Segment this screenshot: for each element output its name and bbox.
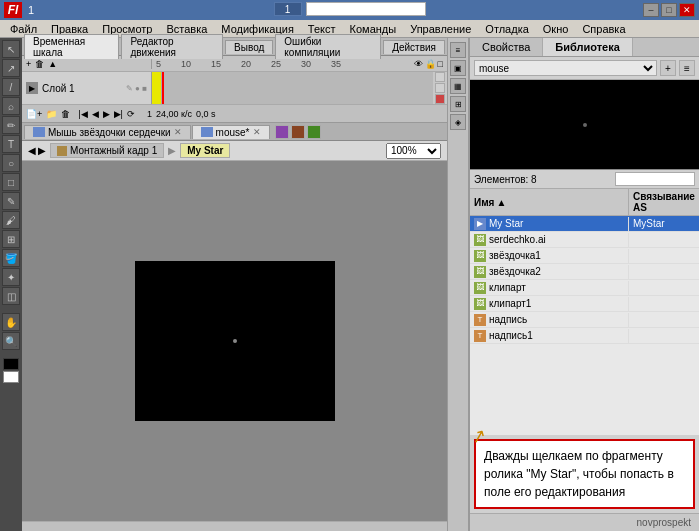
tool-arrow[interactable]: ↖: [2, 40, 20, 58]
tool-hand[interactable]: ✋: [2, 313, 20, 331]
tab-library[interactable]: Библиотека: [543, 38, 633, 56]
vis-dot[interactable]: [435, 72, 445, 82]
menu-debug[interactable]: Отладка: [479, 22, 534, 36]
nav-forward[interactable]: ▶: [38, 145, 46, 156]
tool-fill[interactable]: 🪣: [2, 249, 20, 267]
zoom-select[interactable]: 100% 50% 200% 25%: [386, 143, 441, 159]
tab-mice-label: Мышь звёздочки сердечки: [48, 127, 171, 138]
movie-icon: ▶: [474, 218, 486, 230]
timeline-frames[interactable]: [152, 72, 433, 104]
library-dropdown[interactable]: mouse: [474, 60, 657, 76]
move-up-btn[interactable]: ▲: [48, 59, 57, 69]
tool-line[interactable]: /: [2, 78, 20, 96]
delete-layer-btn[interactable]: 🗑: [35, 59, 44, 69]
tool-subselect[interactable]: ↗: [2, 59, 20, 77]
minimize-button[interactable]: –: [643, 3, 659, 17]
eye-icon[interactable]: 👁: [414, 59, 423, 69]
tab-compiler-errors[interactable]: Ошибки компиляции: [275, 34, 381, 59]
conn-btn-4[interactable]: ⊞: [450, 96, 466, 112]
tool-lasso[interactable]: ⌕: [2, 97, 20, 115]
scene-label: Монтажный кадр 1: [70, 145, 157, 156]
add-folder-btn[interactable]: 📁: [46, 109, 57, 119]
color-dot[interactable]: [435, 94, 445, 104]
library-item-text1[interactable]: T надпись: [470, 312, 699, 328]
conn-btn-1[interactable]: ≡: [450, 42, 466, 58]
lock-dot[interactable]: [435, 83, 445, 93]
conn-btn-5[interactable]: ◈: [450, 114, 466, 130]
right-panel: Свойства Библиотека mouse + ≡ Элементов:…: [469, 38, 699, 531]
tab-motion-editor[interactable]: Редактор движения: [121, 34, 223, 59]
library-item-star2[interactable]: 🖼 звёздочка2: [470, 264, 699, 280]
lib-cell-name-clipart1: 🖼 клипарт1: [470, 297, 629, 311]
tab-icon2: [291, 125, 305, 139]
breadcrumb-mystar[interactable]: My Star: [180, 143, 230, 158]
library-item-clipart1[interactable]: 🖼 клипарт1: [470, 296, 699, 312]
ruler-mark: 10: [181, 59, 191, 69]
tab-mice-close[interactable]: ✕: [174, 127, 182, 137]
tab-stage-mouse[interactable]: mouse* ✕: [192, 125, 270, 139]
conn-btn-3[interactable]: ▦: [450, 78, 466, 94]
stage-canvas[interactable]: [22, 161, 447, 521]
lib-cell-name-mystar: ▶ My Star: [470, 217, 629, 231]
tool-rect[interactable]: □: [2, 173, 20, 191]
tool-pencil[interactable]: ✎: [2, 192, 20, 210]
close-button[interactable]: ✕: [679, 3, 695, 17]
playback-next[interactable]: ▶|: [114, 109, 123, 119]
add-layer-btn[interactable]: 📄+: [26, 109, 42, 119]
playback-loop[interactable]: ⟳: [127, 109, 135, 119]
tab-timeline[interactable]: Временная шкала: [24, 34, 119, 59]
tab-mice-icon: [33, 127, 45, 137]
library-item-text2[interactable]: T надпись1: [470, 328, 699, 344]
lib-options-btn[interactable]: ≡: [679, 60, 695, 76]
canvas-center-dot: [233, 339, 237, 343]
library-item-clipart[interactable]: 🖼 клипарт: [470, 280, 699, 296]
text-icon: T: [474, 314, 486, 326]
tab-properties[interactable]: Свойства: [470, 38, 543, 56]
sort-arrow-icon: ▲: [496, 197, 506, 208]
playback-play[interactable]: ▶: [103, 109, 110, 119]
library-item-serdechko[interactable]: 🖼 serdechko.ai: [470, 232, 699, 248]
new-layer-btn[interactable]: +: [26, 59, 31, 69]
lib-item-name-mystar: My Star: [489, 218, 523, 229]
breadcrumb-scene[interactable]: Монтажный кадр 1: [50, 143, 164, 158]
lib-filter-input[interactable]: [615, 172, 695, 186]
menu-window[interactable]: Окно: [537, 22, 575, 36]
stage-tabs: Мышь звёздочки сердечки ✕ mouse* ✕: [22, 123, 447, 141]
library-item-mystar[interactable]: ▶ My Star MyStar: [470, 216, 699, 232]
tab-extras: [275, 125, 321, 139]
tool-oval[interactable]: ○: [2, 154, 20, 172]
layer-header: + 🗑 ▲: [22, 59, 152, 69]
outline-icon[interactable]: □: [438, 59, 443, 69]
tab-actions[interactable]: Действия: [383, 40, 445, 54]
playback-prev[interactable]: ◀: [92, 109, 99, 119]
tool-eyedropper[interactable]: ✦: [2, 268, 20, 286]
lib-col-linkage[interactable]: Связывание AS: [629, 189, 699, 215]
tab-stage-mice[interactable]: Мышь звёздочки сердечки ✕: [24, 125, 191, 139]
tab-output[interactable]: Вывод: [225, 40, 273, 54]
lib-item-name-clipart1: клипарт1: [489, 298, 531, 309]
playback-first[interactable]: |◀: [78, 109, 87, 119]
tool-eraser[interactable]: ◫: [2, 287, 20, 305]
menu-control[interactable]: Управление: [404, 22, 477, 36]
library-item-star1[interactable]: 🖼 звёздочка1: [470, 248, 699, 264]
stroke-color[interactable]: [3, 358, 19, 370]
tool-pen[interactable]: ✏: [2, 116, 20, 134]
tool-zoom[interactable]: 🔍: [2, 332, 20, 350]
instance-number[interactable]: [274, 2, 302, 16]
maximize-button[interactable]: □: [661, 3, 677, 17]
lock-icon[interactable]: 🔒: [425, 59, 436, 69]
menu-help[interactable]: Справка: [576, 22, 631, 36]
tool-brush[interactable]: 🖌: [2, 211, 20, 229]
frame-0[interactable]: [152, 72, 162, 104]
lib-new-btn[interactable]: +: [660, 60, 676, 76]
delete-layer-btn2[interactable]: 🗑: [61, 109, 70, 119]
lib-col-name[interactable]: Имя ▲: [470, 189, 629, 215]
tab-mouse-close[interactable]: ✕: [253, 127, 261, 137]
tool-text[interactable]: T: [2, 135, 20, 153]
conn-btn-2[interactable]: ▣: [450, 60, 466, 76]
tool-free-transform[interactable]: ⊞: [2, 230, 20, 248]
search-input[interactable]: [306, 2, 426, 16]
stage-scrollbar-h[interactable]: [22, 521, 447, 531]
nav-back[interactable]: ◀: [28, 145, 36, 156]
fill-color[interactable]: [3, 371, 19, 383]
